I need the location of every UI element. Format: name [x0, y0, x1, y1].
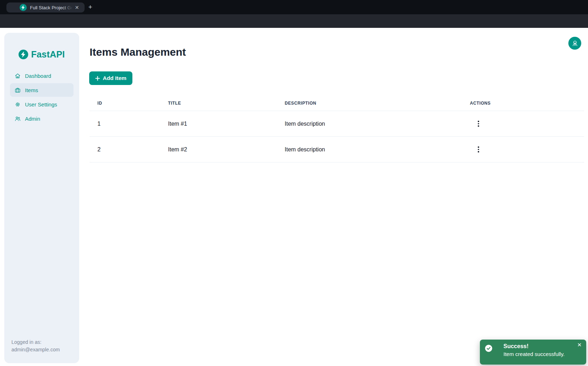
app-page: FastAPI Dashboard Items User Settings: [0, 28, 588, 366]
sidebar-nav: Dashboard Items User Settings Admin: [4, 69, 79, 125]
sidebar-item-items[interactable]: Items: [10, 83, 74, 97]
browser-toolbar: localhost/items 1: [0, 14, 588, 28]
col-header-id: ID: [90, 101, 168, 106]
logged-in-email: admin@example.com: [11, 346, 60, 354]
toast-close-icon[interactable]: ✕: [576, 342, 583, 348]
fastapi-logo-icon: [19, 50, 28, 59]
fastapi-favicon-icon: [20, 4, 27, 11]
sidebar: FastAPI Dashboard Items User Settings: [4, 33, 79, 363]
col-header-title: TITLE: [168, 101, 285, 106]
col-header-description: DESCRIPTION: [285, 101, 470, 106]
table-row: 1 Item #1 Item description: [90, 111, 584, 137]
home-icon: [15, 73, 21, 79]
logged-in-label: Logged in as:: [11, 339, 60, 346]
items-table: ID TITLE DESCRIPTION ACTIONS 1 Item #1 I…: [90, 96, 584, 162]
tab-close-icon[interactable]: ✕: [74, 5, 80, 11]
sidebar-item-dashboard[interactable]: Dashboard: [10, 69, 74, 82]
table-header-row: ID TITLE DESCRIPTION ACTIONS: [90, 96, 584, 111]
briefcase-icon: [15, 87, 21, 93]
browser-tab-bar: Full Stack Project Genera ✕ +: [0, 0, 588, 14]
logged-in-info: Logged in as: admin@example.com: [11, 339, 60, 354]
row-actions-menu-icon[interactable]: [474, 144, 483, 155]
browser-tab[interactable]: Full Stack Project Genera ✕: [6, 2, 85, 12]
fastapi-logo: FastAPI: [4, 49, 79, 60]
col-header-actions: ACTIONS: [470, 101, 584, 106]
cell-title: Item #2: [168, 146, 285, 153]
add-item-button[interactable]: Add Item: [89, 71, 132, 85]
user-astronaut-icon: [571, 40, 579, 47]
sidebar-item-admin[interactable]: Admin: [10, 112, 74, 125]
sidebar-item-label: User Settings: [25, 101, 57, 107]
logo-text: FastAPI: [31, 49, 65, 60]
row-actions-menu-icon[interactable]: [474, 119, 483, 129]
toast-message: Item created successfully.: [503, 350, 564, 358]
users-icon: [15, 116, 21, 122]
success-toast: Success! Item created successfully. ✕: [480, 340, 586, 365]
tab-title-fade: [63, 2, 74, 12]
cell-id: 1: [90, 121, 168, 127]
page-title: Items Management: [90, 46, 186, 58]
sidebar-item-user-settings[interactable]: User Settings: [10, 97, 74, 111]
table-row: 2 Item #2 Item description: [90, 137, 584, 162]
check-circle-icon: [485, 345, 492, 352]
sidebar-item-label: Dashboard: [25, 73, 51, 79]
user-menu-button[interactable]: [568, 37, 581, 50]
sidebar-item-label: Admin: [25, 116, 40, 122]
add-item-label: Add Item: [103, 75, 126, 81]
toast-title: Success!: [503, 342, 564, 350]
cell-id: 2: [90, 146, 168, 153]
cell-description: Item description: [285, 121, 470, 127]
cell-description: Item description: [285, 146, 470, 153]
new-tab-icon[interactable]: +: [87, 4, 94, 11]
gear-icon: [15, 101, 21, 107]
cell-title: Item #1: [168, 121, 285, 127]
sidebar-item-label: Items: [25, 87, 38, 93]
plus-icon: [95, 76, 100, 81]
